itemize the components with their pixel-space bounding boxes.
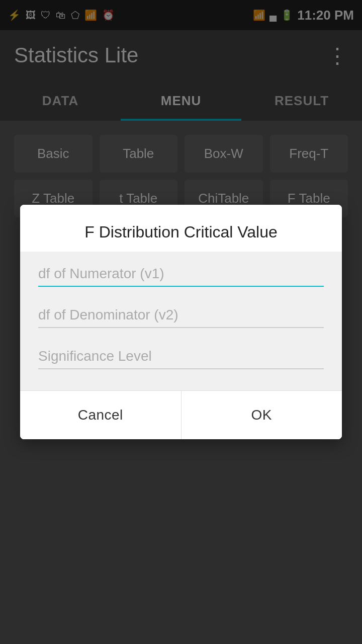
dialog-overlay: F Distribution Critical Value Cancel OK <box>0 0 362 644</box>
dialog-title: F Distribution Critical Value <box>20 205 342 252</box>
numerator-input[interactable] <box>38 262 324 287</box>
significance-input[interactable] <box>38 344 324 369</box>
ok-button[interactable]: OK <box>182 391 342 439</box>
numerator-input-group <box>38 262 324 287</box>
significance-input-group <box>38 344 324 369</box>
dialog-body <box>20 252 342 390</box>
cancel-button[interactable]: Cancel <box>20 391 182 439</box>
denominator-input-group <box>38 303 324 328</box>
dialog-actions: Cancel OK <box>20 390 342 439</box>
f-distribution-dialog: F Distribution Critical Value Cancel OK <box>20 205 342 439</box>
denominator-input[interactable] <box>38 303 324 328</box>
